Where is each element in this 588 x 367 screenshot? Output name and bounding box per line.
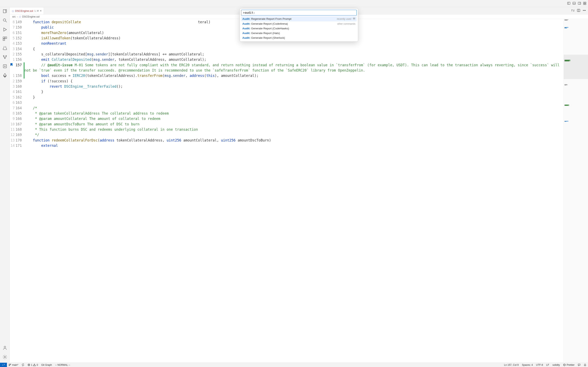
code-line[interactable]: 4161 } bbox=[10, 89, 563, 94]
palette-item[interactable]: Audit: Regenerate Report From Promptrece… bbox=[241, 16, 357, 21]
line-number: 165 bbox=[16, 111, 24, 116]
code-line[interactable]: 12169 */ bbox=[10, 132, 563, 137]
relative-line-number: 4 bbox=[10, 89, 16, 94]
sidebar-tool-icon[interactable] bbox=[2, 64, 7, 69]
svg-rect-7 bbox=[585, 2, 586, 3]
breadcrumb-seg[interactable]: src bbox=[12, 15, 16, 18]
code-line[interactable]: 5162 } bbox=[10, 95, 563, 100]
line-number: 156 bbox=[16, 57, 24, 62]
eol-status[interactable]: LF bbox=[545, 364, 551, 366]
search-icon[interactable] bbox=[2, 18, 7, 24]
breadcrumb-seg[interactable]: DSCEngine.sol bbox=[22, 15, 40, 18]
svg-point-25 bbox=[584, 10, 585, 11]
relative-line-number: 7 bbox=[10, 25, 16, 30]
relative-line-number: 8 bbox=[10, 111, 16, 116]
relative-line-number: 6 bbox=[10, 30, 16, 35]
cursor-position[interactable]: Ln 157, Col 9 bbox=[502, 364, 520, 366]
code-line[interactable]: 4153 nonReentrant bbox=[10, 41, 563, 46]
code-line[interactable]: 14171 external bbox=[10, 143, 563, 148]
svg-rect-9 bbox=[585, 3, 586, 5]
code-line[interactable]: 1156 emit CollateralDeposited(msg.sender… bbox=[10, 57, 563, 62]
solidity-file-icon: ◇ bbox=[19, 15, 21, 18]
code-line[interactable]: 10167 * @param amountDscToBurn The amoun… bbox=[10, 122, 563, 127]
encoding-status[interactable]: UTF-8 bbox=[535, 364, 545, 366]
prettier-status[interactable]: Prettier bbox=[562, 364, 576, 366]
line-number: 158 bbox=[16, 73, 24, 78]
code-line[interactable]: 3160 revert DSCEngine__TransferFailed(); bbox=[10, 84, 563, 89]
layout-primary-side-icon[interactable] bbox=[567, 2, 571, 6]
svg-point-10 bbox=[3, 19, 6, 21]
split-editor-icon[interactable] bbox=[577, 9, 580, 13]
layout-secondary-side-icon[interactable] bbox=[578, 2, 581, 6]
code-line[interactable]: 6163 bbox=[10, 100, 563, 105]
code-line[interactable]: 13170 function redeemCollateralForDsc(ad… bbox=[10, 138, 563, 143]
file-tab[interactable]: ◇ DSCEngine.sol 1, M × bbox=[10, 7, 44, 14]
explorer-icon[interactable] bbox=[2, 9, 7, 14]
titlebar bbox=[0, 0, 588, 7]
line-number: 155 bbox=[16, 52, 24, 57]
line-number: 161 bbox=[16, 89, 24, 94]
feedback-icon[interactable] bbox=[576, 364, 582, 366]
minimap[interactable]: ████ ██ ████ ████ ████ ██████ ██ ████ ██… bbox=[563, 19, 588, 363]
code-editor[interactable]: 8149 function depositCollate teral)7150 … bbox=[10, 19, 563, 363]
extensions-icon[interactable] bbox=[2, 36, 7, 42]
graph-icon[interactable] bbox=[2, 55, 7, 60]
chevron-right-icon: › bbox=[17, 15, 18, 18]
svg-point-18 bbox=[4, 58, 5, 59]
relative-line-number: 5 bbox=[10, 35, 16, 41]
remote-button[interactable] bbox=[0, 363, 7, 367]
palette-item[interactable]: Audit: Generate Report (Sherlock) bbox=[241, 35, 357, 40]
relative-line-number: 8 bbox=[10, 19, 16, 25]
language-status[interactable]: solidity bbox=[551, 364, 562, 366]
relative-line-number: 10 bbox=[10, 122, 16, 127]
more-actions-icon[interactable] bbox=[583, 9, 586, 13]
svg-point-27 bbox=[354, 18, 355, 19]
account-icon[interactable] bbox=[2, 345, 7, 351]
status-bar: main* 1 0 Git Graph -- NORMAL -- Ln 157,… bbox=[0, 363, 588, 367]
code-line[interactable]: 8165 * @param tokenCollateralAddress The… bbox=[10, 111, 563, 116]
git-graph-button[interactable]: Git Graph bbox=[40, 364, 53, 366]
svg-rect-15 bbox=[3, 39, 5, 41]
code-line[interactable]: 7164 /* bbox=[10, 105, 563, 111]
testing-icon[interactable] bbox=[2, 45, 7, 51]
close-icon[interactable]: × bbox=[40, 9, 42, 12]
bell-icon[interactable] bbox=[582, 364, 588, 366]
palette-item[interactable]: Audit: Generate Report (Code4rena)other … bbox=[241, 21, 357, 26]
code-line[interactable]: 2159 if (!success) { bbox=[10, 78, 563, 84]
palette-item[interactable]: Audit: Generate Report (CodeHawks) bbox=[241, 26, 357, 31]
svg-point-26 bbox=[585, 10, 586, 11]
indentation-status[interactable]: Spaces: 4 bbox=[520, 364, 534, 366]
code-line[interactable]: 11168 * This function burns DSC and rede… bbox=[10, 127, 563, 132]
code-line[interactable]: 157 // @audit-issue M-01 Some tokens are… bbox=[10, 62, 563, 73]
problems-status[interactable]: 1 0 bbox=[26, 364, 40, 366]
relative-line-number: 12 bbox=[10, 132, 16, 137]
relative-line-number: 2 bbox=[10, 78, 16, 84]
palette-item[interactable]: Audit: Generate Report (Hats) bbox=[241, 31, 357, 35]
code-line[interactable]: 1158 bool success = IERC20(tokenCollater… bbox=[10, 73, 563, 78]
relative-line-number: 1 bbox=[10, 57, 16, 62]
svg-rect-4 bbox=[578, 2, 581, 4]
line-number: 170 bbox=[16, 138, 24, 143]
code-line[interactable]: 2155 s_collateralDeposited[msg.sender][t… bbox=[10, 52, 563, 57]
layout-panel-icon[interactable] bbox=[572, 2, 576, 6]
line-number: 159 bbox=[16, 78, 24, 84]
line-number: 160 bbox=[16, 84, 24, 89]
layout-customize-icon[interactable] bbox=[583, 2, 586, 6]
command-input[interactable] bbox=[241, 10, 357, 16]
relative-line-number: 3 bbox=[10, 84, 16, 89]
gear-icon[interactable] bbox=[353, 17, 355, 21]
code-line[interactable]: 9166 * @param amountCollateral The amoun… bbox=[10, 116, 563, 121]
line-number: 151 bbox=[16, 30, 24, 35]
settings-gear-icon[interactable] bbox=[2, 355, 7, 360]
svg-rect-14 bbox=[5, 37, 7, 39]
code-line[interactable]: 3154 { bbox=[10, 46, 563, 52]
compare-changes-icon[interactable] bbox=[571, 9, 575, 13]
activity-bar bbox=[0, 7, 10, 363]
branch-status[interactable]: main* bbox=[7, 364, 20, 366]
ethereum-icon[interactable] bbox=[2, 73, 7, 78]
branch-name: main* bbox=[12, 364, 18, 366]
run-debug-icon[interactable] bbox=[2, 27, 7, 33]
relative-line-number: 9 bbox=[10, 116, 16, 121]
sync-button[interactable] bbox=[20, 364, 26, 366]
relative-line-number: 11 bbox=[10, 127, 16, 132]
